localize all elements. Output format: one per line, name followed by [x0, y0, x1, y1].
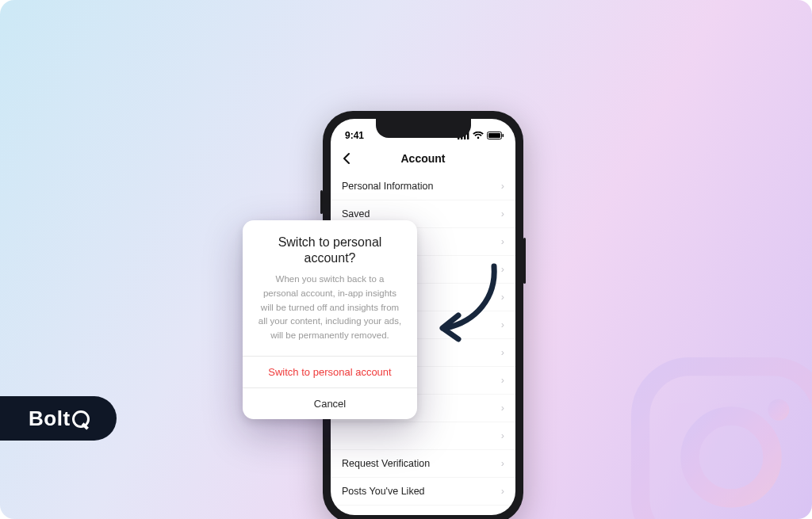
- nav-header: Account: [331, 144, 515, 173]
- chevron-left-icon: [342, 152, 351, 165]
- chevron-right-icon: ›: [501, 403, 504, 414]
- chevron-right-icon: ›: [501, 347, 504, 358]
- battery-icon: [487, 132, 504, 139]
- phone-side-button: [320, 190, 323, 214]
- row-request-verification[interactable]: Request Verification›: [331, 450, 515, 478]
- cancel-button[interactable]: Cancel: [243, 387, 417, 419]
- chevron-right-icon: ›: [501, 486, 504, 497]
- svg-rect-9: [503, 134, 504, 137]
- svg-point-2: [768, 399, 789, 421]
- modal-body: When you switch back to a personal accou…: [243, 273, 417, 356]
- chevron-right-icon: ›: [501, 236, 504, 247]
- phone-side-button: [523, 238, 526, 284]
- page-title: Account: [401, 152, 446, 165]
- svg-point-1: [690, 416, 772, 498]
- row-posts-youve-liked[interactable]: Posts You've Liked›: [331, 478, 515, 506]
- switch-account-modal: Switch to personal account? When you swi…: [243, 220, 417, 419]
- brand-name: Bolt: [29, 406, 71, 431]
- chevron-right-icon: ›: [501, 375, 504, 386]
- promo-canvas: 9:41 Account: [0, 0, 812, 519]
- status-time: 9:41: [345, 130, 364, 141]
- chevron-right-icon: ›: [501, 181, 504, 192]
- wifi-icon: [473, 132, 484, 139]
- list-item[interactable]: .›: [331, 422, 515, 450]
- brand-q-icon: [72, 410, 90, 428]
- chevron-right-icon: ›: [501, 430, 504, 441]
- modal-title: Switch to personal account?: [243, 220, 417, 273]
- svg-rect-8: [488, 133, 500, 138]
- row-personal-information[interactable]: Personal Information›: [331, 173, 515, 200]
- phone-notch: [376, 119, 471, 138]
- switch-to-personal-button[interactable]: Switch to personal account: [243, 356, 417, 387]
- back-button[interactable]: [337, 149, 356, 168]
- instagram-glyph-icon: [628, 354, 812, 519]
- brand-badge: Bolt: [0, 396, 117, 441]
- chevron-right-icon: ›: [501, 458, 504, 469]
- chevron-right-icon: ›: [501, 208, 504, 219]
- annotation-arrow-icon: [435, 260, 506, 347]
